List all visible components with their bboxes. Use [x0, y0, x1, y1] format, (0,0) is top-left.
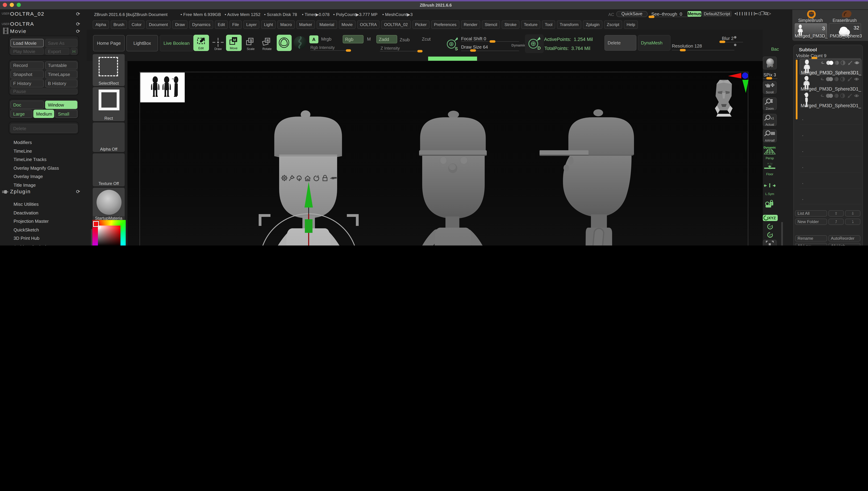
- svg-text:Edit: Edit: [198, 47, 204, 50]
- svg-text:M: M: [233, 38, 236, 42]
- svg-text:S: S: [455, 46, 458, 51]
- svg-text:D: D: [537, 46, 541, 51]
- svg-text:C: C: [771, 203, 772, 205]
- svg-text:Z: Z: [769, 234, 771, 237]
- svg-text:Move: Move: [230, 47, 237, 50]
- svg-text:x1: x1: [771, 117, 774, 120]
- svg-text:Draw: Draw: [215, 47, 222, 50]
- svg-text:Scale: Scale: [247, 47, 254, 50]
- svg-text:R: R: [267, 39, 269, 42]
- svg-text:Rotate: Rotate: [262, 47, 272, 50]
- svg-text:S: S: [250, 39, 252, 42]
- svg-text:Y: Y: [769, 225, 771, 229]
